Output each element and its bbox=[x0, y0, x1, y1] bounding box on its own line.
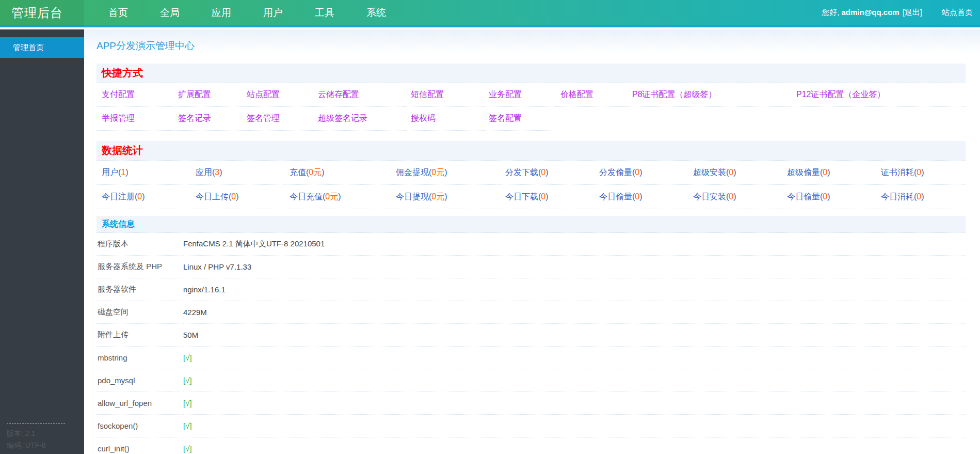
info-row: 服务器软件nginx/1.16.1 bbox=[97, 278, 966, 301]
shortcuts-grid: 支付配置扩展配置站点配置云储存配置短信配置业务配置价格配置P8证书配置（超级签）… bbox=[97, 83, 966, 131]
version-label: 版本: 2.1 bbox=[7, 428, 79, 440]
stat-link[interactable]: 应用 bbox=[196, 167, 212, 178]
info-label: fsockopen() bbox=[97, 415, 183, 437]
stat-link[interactable]: 用户 bbox=[102, 167, 118, 178]
shortcut-link[interactable]: P8证书配置（超级签） bbox=[632, 89, 717, 100]
info-row: 附件上传50M bbox=[97, 324, 966, 347]
menu-item-5[interactable]: 系统 bbox=[350, 0, 402, 26]
menu-item-4[interactable]: 工具 bbox=[299, 0, 350, 26]
stat-link[interactable]: 分发偷量 bbox=[599, 167, 632, 178]
stat-link[interactable]: 今日下载 bbox=[505, 192, 538, 202]
stat-item: 今日安装(0) bbox=[688, 185, 782, 209]
shortcut-link[interactable]: 支付配置 bbox=[102, 89, 135, 100]
stat-value: 0 bbox=[729, 192, 733, 201]
stat-item: 分发下载(0) bbox=[500, 161, 594, 185]
shortcut-link[interactable]: 签名管理 bbox=[247, 113, 280, 124]
shortcut-link[interactable]: 超级签名记录 bbox=[318, 113, 367, 124]
shortcut-link[interactable]: 短信配置 bbox=[411, 89, 444, 100]
stat-link[interactable]: 今日偷量 bbox=[787, 192, 820, 202]
navbar-right: 您好, admin@qq.com [退出] 站点首页 bbox=[822, 8, 980, 18]
info-value-check: [√] bbox=[183, 392, 966, 415]
info-value: Linux / PHP v7.1.33 bbox=[183, 256, 966, 278]
stat-value: 0 bbox=[729, 168, 733, 177]
shortcut-link[interactable]: 云储存配置 bbox=[318, 89, 359, 100]
shortcut-link[interactable]: 签名配置 bbox=[489, 113, 522, 124]
shortcut-link[interactable]: 价格配置 bbox=[560, 89, 593, 100]
stat-value: 0 bbox=[231, 192, 236, 201]
stat-item: 用户(1) bbox=[97, 161, 190, 185]
stat-link[interactable]: 佣金提现 bbox=[396, 167, 429, 178]
stat-link[interactable]: 今日注册 bbox=[102, 192, 135, 202]
menu-item-3[interactable]: 用户 bbox=[247, 0, 299, 26]
stat-item: 超级偷量(0) bbox=[782, 161, 876, 185]
shortcut-link[interactable]: 站点配置 bbox=[247, 89, 280, 100]
info-value-check: [√] bbox=[183, 347, 966, 369]
site-home-link[interactable]: 站点首页 bbox=[942, 8, 973, 18]
shortcut-link[interactable]: 签名记录 bbox=[178, 113, 211, 124]
shortcut-cell: 价格配置 bbox=[555, 83, 627, 107]
stat-link[interactable]: 超级偷量 bbox=[787, 167, 820, 178]
stat-item: 超级安装(0) bbox=[688, 161, 782, 185]
encoding-label: 编码: UTF-8 bbox=[7, 440, 79, 451]
stat-link[interactable]: 今日提现 bbox=[396, 192, 429, 202]
stat-paren: ) bbox=[125, 168, 128, 177]
shortcut-cell: 签名管理 bbox=[242, 107, 313, 131]
shortcuts-section-title: 快捷方式 bbox=[102, 66, 143, 80]
info-label: mbstring bbox=[97, 347, 183, 369]
stat-item: 今日偷量(0) bbox=[782, 185, 876, 209]
stat-link[interactable]: 证书消耗 bbox=[881, 167, 914, 178]
info-value: 4229M bbox=[183, 301, 966, 324]
shortcut-cell: 云储存配置 bbox=[313, 83, 406, 107]
stats-section-title: 数据统计 bbox=[102, 144, 143, 158]
shortcut-cell: 签名记录 bbox=[173, 107, 242, 131]
stat-value: 0元 bbox=[309, 167, 322, 178]
menu-item-0[interactable]: 首页 bbox=[92, 0, 144, 26]
stat-paren: ) bbox=[921, 192, 924, 201]
stat-value: 0 bbox=[635, 168, 639, 177]
stat-item: 分发偷量(0) bbox=[594, 161, 688, 185]
stat-paren: ) bbox=[827, 192, 830, 201]
stat-value: 0 bbox=[823, 192, 827, 201]
logout-link[interactable]: [退出] bbox=[903, 8, 922, 18]
greeting-prefix: 您好, bbox=[822, 8, 839, 17]
info-value: 50M bbox=[183, 324, 966, 347]
stat-value: 0 bbox=[541, 168, 545, 177]
sidebar-footer: 版本: 2.1 编码: UTF-8 bbox=[7, 424, 79, 451]
sidebar-item-admin-home[interactable]: 管理首页 bbox=[0, 37, 84, 58]
menu-item-2[interactable]: 应用 bbox=[196, 0, 247, 26]
info-label: curl_init() bbox=[97, 437, 183, 454]
shortcut-link[interactable]: 业务配置 bbox=[489, 89, 522, 100]
stat-link[interactable]: 今日安装 bbox=[693, 192, 726, 202]
stat-link[interactable]: 充值 bbox=[290, 167, 306, 178]
stat-paren: ) bbox=[322, 168, 324, 177]
stat-link[interactable]: 超级安装 bbox=[693, 167, 726, 178]
stat-paren: ) bbox=[827, 168, 830, 177]
shortcut-cell bbox=[627, 107, 791, 131]
stats-section-header: 数据统计 bbox=[97, 141, 966, 161]
shortcut-cell bbox=[791, 107, 966, 131]
sidebar: 管理首页 版本: 2.1 编码: UTF-8 bbox=[0, 29, 84, 454]
menu-item-1[interactable]: 全局 bbox=[144, 0, 196, 26]
info-label: 附件上传 bbox=[97, 324, 183, 347]
stat-item: 今日消耗(0) bbox=[876, 185, 966, 209]
stat-item: 佣金提现(0元) bbox=[391, 161, 500, 185]
shortcut-cell: P12证书配置（企业签） bbox=[791, 83, 966, 107]
stat-link[interactable]: 今日消耗 bbox=[881, 192, 914, 202]
shortcut-cell: 举报管理 bbox=[97, 107, 173, 131]
shortcut-link[interactable]: 举报管理 bbox=[102, 113, 135, 124]
shortcuts-section-header: 快捷方式 bbox=[97, 64, 966, 83]
shortcut-cell: 签名配置 bbox=[484, 107, 555, 131]
shortcut-link[interactable]: P12证书配置（企业签） bbox=[796, 89, 885, 100]
shortcut-link[interactable]: 授权码 bbox=[411, 113, 436, 124]
stat-link[interactable]: 今日上传 bbox=[196, 192, 229, 202]
stat-value: 0元 bbox=[431, 192, 444, 202]
stat-link[interactable]: 今日充值 bbox=[290, 192, 323, 202]
info-value: FenfaCMS 2.1 简体中文UTF-8 20210501 bbox=[183, 233, 966, 256]
stat-link[interactable]: 今日偷量 bbox=[599, 192, 632, 202]
stat-paren: ) bbox=[639, 192, 642, 201]
stat-link[interactable]: 分发下载 bbox=[505, 167, 538, 178]
info-label: 服务器系统及 PHP bbox=[97, 256, 183, 278]
stat-item: 证书消耗(0) bbox=[876, 161, 966, 185]
shortcut-link[interactable]: 扩展配置 bbox=[178, 89, 211, 100]
stat-item: 充值(0元) bbox=[284, 161, 391, 185]
